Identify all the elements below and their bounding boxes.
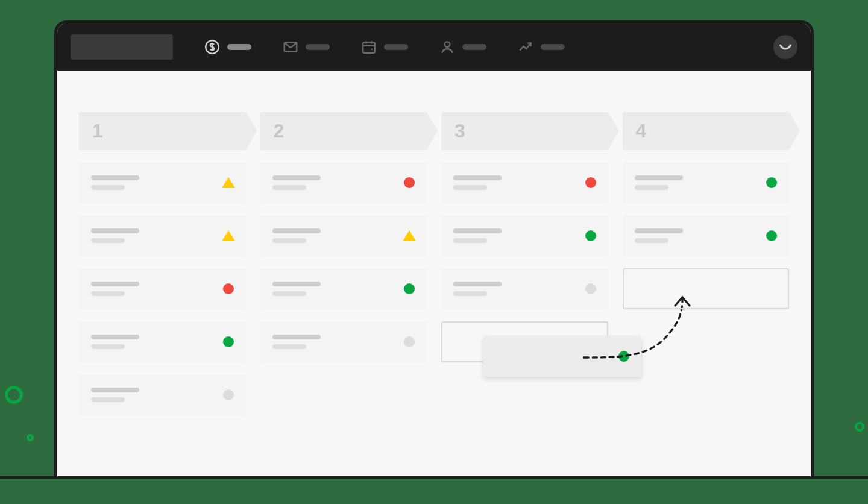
status-none-icon: [223, 389, 234, 400]
nav-item-insights[interactable]: [518, 39, 565, 55]
decoration-ring: [27, 434, 34, 441]
deal-card[interactable]: [623, 215, 790, 256]
contacts-icon: [439, 39, 455, 55]
status-warning-icon: [403, 230, 416, 241]
nav-item-contacts[interactable]: [439, 39, 486, 55]
deal-card[interactable]: [441, 215, 608, 256]
nav-items: [204, 39, 742, 55]
status-ok-icon: [766, 230, 777, 241]
deal-card[interactable]: [79, 162, 246, 203]
stage-label: 2: [274, 120, 285, 142]
pipeline-stage: 4: [623, 112, 790, 455]
deal-card[interactable]: [260, 268, 427, 309]
deal-card[interactable]: [79, 374, 246, 415]
status-warning-icon: [222, 177, 235, 188]
nav-label-placeholder: [227, 44, 251, 50]
stage-header[interactable]: 2: [260, 112, 427, 150]
status-none-icon: [585, 283, 596, 294]
deal-card[interactable]: [79, 215, 246, 256]
navbar: [57, 24, 811, 71]
nav-label-placeholder: [306, 44, 330, 50]
status-ok-icon: [404, 283, 415, 294]
status-overdue-icon: [404, 177, 415, 188]
deal-card[interactable]: [623, 162, 790, 203]
deal-card[interactable]: [79, 268, 246, 309]
app-frame: 1 2 3: [54, 20, 814, 476]
nav-label-placeholder: [541, 44, 565, 50]
svg-point-3: [371, 49, 373, 50]
stage-label: 1: [92, 120, 103, 142]
deal-card[interactable]: [260, 321, 427, 362]
deal-card[interactable]: [441, 162, 608, 203]
deal-card-dragging[interactable]: [483, 336, 641, 377]
svg-rect-2: [363, 42, 375, 52]
pipeline-board: 1 2 3: [57, 71, 811, 476]
pipeline-stage: 2: [260, 112, 427, 455]
smile-icon: [779, 43, 792, 51]
deal-card[interactable]: [79, 321, 246, 362]
stage-header[interactable]: 1: [79, 112, 246, 150]
pipeline-stage: 3: [441, 112, 608, 455]
dollar-icon: [204, 39, 220, 55]
decoration-ring: [855, 422, 864, 432]
status-ok-icon: [585, 230, 596, 241]
mail-icon: [283, 39, 298, 55]
svg-point-4: [445, 42, 450, 47]
surface-baseline: [0, 476, 868, 479]
calendar-icon: [361, 39, 377, 55]
status-warning-icon: [222, 230, 235, 241]
nav-item-mail[interactable]: [283, 39, 330, 55]
trend-icon: [518, 39, 533, 55]
deal-card[interactable]: [441, 268, 608, 309]
status-ok-icon: [766, 177, 777, 188]
status-overdue-icon: [585, 177, 596, 188]
status-none-icon: [404, 336, 415, 347]
stage-label: 3: [454, 120, 465, 142]
search-input[interactable]: [71, 34, 173, 60]
nav-label-placeholder: [384, 44, 408, 50]
deal-card[interactable]: [260, 162, 427, 203]
decoration-ring: [5, 386, 23, 404]
profile-menu[interactable]: [773, 35, 797, 59]
nav-item-calendar[interactable]: [361, 39, 408, 55]
stage-label: 4: [636, 120, 647, 142]
status-ok-icon: [223, 336, 234, 347]
nav-item-deals[interactable]: [204, 39, 251, 55]
card-drop-placeholder[interactable]: [623, 268, 790, 309]
nav-label-placeholder: [462, 44, 486, 50]
stage-header[interactable]: 4: [623, 112, 790, 150]
status-overdue-icon: [223, 283, 234, 294]
deal-card[interactable]: [260, 215, 427, 256]
stage-header[interactable]: 3: [441, 112, 608, 150]
pipeline-stage: 1: [79, 112, 246, 455]
